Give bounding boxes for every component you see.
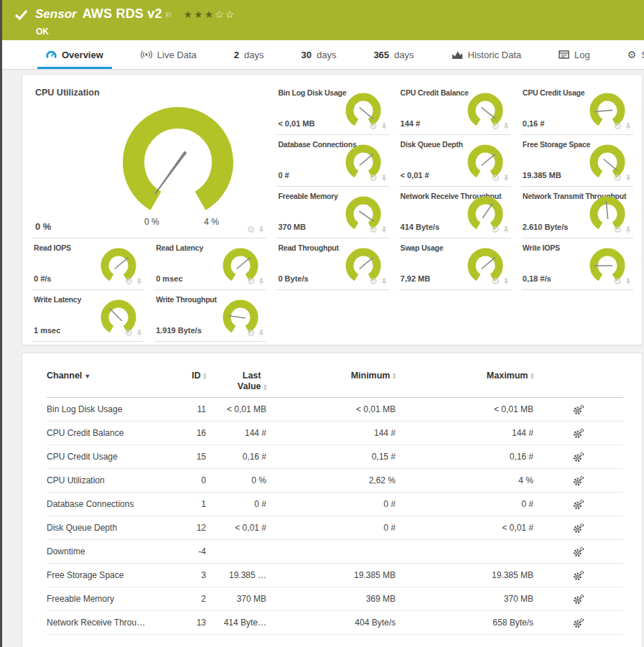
channel-settings-gear-icon[interactable] bbox=[573, 499, 584, 510]
priority-rating[interactable]: ★★★☆☆ bbox=[184, 9, 236, 20]
sort-desc-icon[interactable]: ▾ bbox=[85, 372, 89, 380]
gauge-value: 1 msec bbox=[34, 326, 60, 335]
tab-historic-data[interactable]: Historic Data bbox=[447, 40, 526, 69]
channel-maximum: 144 # bbox=[396, 428, 533, 438]
channel-name[interactable]: Network Receive Throu… bbox=[47, 618, 170, 628]
pin-icon[interactable] bbox=[258, 277, 265, 286]
main-gauge-cell: CPU Utilization 0 % 4 % 0 % ⚙ bbox=[32, 83, 266, 238]
gauge-settings-gear-icon[interactable]: ⚙ bbox=[491, 276, 500, 286]
gauge-settings-gear-icon[interactable]: ⚙ bbox=[369, 173, 378, 182]
gauge-settings-gear-icon[interactable]: ⚙ bbox=[369, 225, 378, 234]
channel-name[interactable]: Bin Log Disk Usage bbox=[47, 404, 170, 414]
flag-icon[interactable]: ⚐ bbox=[165, 11, 172, 20]
channel-name[interactable]: Database Connections bbox=[47, 499, 170, 509]
channel-name[interactable]: Free Storage Space bbox=[47, 570, 170, 580]
pin-icon[interactable] bbox=[381, 174, 388, 182]
area-chart-icon bbox=[452, 50, 463, 60]
channel-minimum: 0 # bbox=[266, 499, 396, 509]
tab-30-days[interactable]: 30 days bbox=[297, 40, 340, 69]
pin-icon[interactable] bbox=[503, 174, 510, 182]
pin-icon[interactable] bbox=[258, 329, 265, 338]
column-header-channel[interactable]: Channel ▾ bbox=[47, 371, 170, 381]
tab-365-days[interactable]: 365 days bbox=[369, 40, 418, 69]
tab-number: 30 bbox=[301, 50, 311, 60]
table-row[interactable]: Downtime -4 bbox=[47, 540, 623, 564]
pin-icon[interactable] bbox=[136, 277, 143, 286]
gauge-settings-gear-icon[interactable]: ⚙ bbox=[369, 276, 378, 286]
table-row[interactable]: CPU Credit Balance 16 144 # 144 # 144 # bbox=[47, 422, 623, 445]
gauge-settings-gear-icon[interactable]: ⚙ bbox=[491, 121, 500, 131]
pin-icon[interactable] bbox=[625, 174, 632, 182]
pin-icon[interactable] bbox=[625, 277, 632, 286]
channel-settings-gear-icon[interactable] bbox=[573, 428, 584, 439]
gauge-settings-gear-icon[interactable]: ⚙ bbox=[613, 276, 622, 286]
gauge-settings-gear-icon[interactable]: ⚙ bbox=[491, 173, 500, 182]
table-row[interactable]: Database Connections 1 0 # 0 # 0 # bbox=[47, 493, 623, 516]
gauge-settings-gear-icon[interactable]: ⚙ bbox=[613, 121, 622, 131]
pin-icon[interactable] bbox=[625, 225, 632, 234]
cpu-utilization-gauge bbox=[110, 96, 246, 217]
table-row[interactable]: CPU Utilization 0 0 % 2,62 % 4 % bbox=[47, 469, 623, 493]
pin-icon[interactable] bbox=[503, 277, 510, 286]
tab-live-data[interactable]: Live Data bbox=[136, 40, 201, 69]
column-header-id[interactable]: ID ▴▾ bbox=[170, 371, 206, 381]
table-row[interactable]: Network Receive Throu… 13 414 Byte… 404 … bbox=[47, 611, 623, 635]
channel-settings-gear-icon[interactable] bbox=[573, 475, 584, 486]
table-row[interactable]: CPU Credit Usage 15 0,16 # 0,15 # 0,16 # bbox=[47, 445, 623, 469]
channel-name[interactable]: Freeable Memory bbox=[47, 594, 170, 604]
pin-icon[interactable] bbox=[503, 122, 510, 131]
gauge-settings-gear-icon[interactable]: ⚙ bbox=[247, 276, 256, 286]
sort-toggle-icon[interactable]: ▴▾ bbox=[263, 383, 266, 391]
tab-settings[interactable]: ⚙ Settings bbox=[623, 40, 644, 69]
star-icon-filled[interactable]: ★ bbox=[205, 9, 215, 20]
tab-label: days bbox=[394, 50, 414, 60]
channel-settings-gear-icon[interactable] bbox=[573, 618, 584, 628]
tab-log[interactable]: Log bbox=[554, 40, 594, 69]
pin-icon[interactable] bbox=[503, 225, 510, 234]
channel-id: 12 bbox=[170, 523, 206, 533]
pin-icon[interactable] bbox=[381, 277, 388, 286]
gauge-settings-gear-icon[interactable]: ⚙ bbox=[125, 276, 134, 286]
column-header-minimum[interactable]: Minimum ▴▾ bbox=[266, 371, 396, 381]
sort-toggle-icon[interactable]: ▴▾ bbox=[531, 372, 533, 379]
table-row[interactable]: Free Storage Space 3 19.385 … 19.385 MB … bbox=[47, 564, 623, 587]
star-icon-empty[interactable]: ☆ bbox=[225, 9, 236, 20]
gauge-settings-gear-icon[interactable]: ⚙ bbox=[247, 225, 256, 234]
gauge-settings-gear-icon[interactable]: ⚙ bbox=[491, 225, 500, 234]
channel-settings-gear-icon[interactable] bbox=[573, 452, 584, 462]
gauge-settings-gear-icon[interactable]: ⚙ bbox=[613, 225, 622, 234]
gauge-settings-gear-icon[interactable]: ⚙ bbox=[125, 328, 134, 338]
channel-settings-gear-icon[interactable] bbox=[573, 594, 584, 605]
star-icon-filled[interactable]: ★ bbox=[184, 9, 195, 20]
channel-settings-gear-icon[interactable] bbox=[573, 570, 584, 581]
channel-name[interactable]: Disk Queue Depth bbox=[47, 523, 170, 533]
pin-icon[interactable] bbox=[381, 122, 388, 131]
gauge-settings-gear-icon[interactable]: ⚙ bbox=[613, 173, 622, 182]
pin-icon[interactable] bbox=[258, 225, 265, 234]
channel-settings-gear-icon[interactable] bbox=[573, 546, 584, 557]
column-header-maximum[interactable]: Maximum ▴▾ bbox=[396, 371, 533, 381]
channel-name[interactable]: CPU Credit Balance bbox=[47, 428, 170, 438]
gauge-value: 144 # bbox=[401, 119, 421, 128]
channel-name[interactable]: CPU Credit Usage bbox=[47, 452, 170, 462]
table-row[interactable]: Bin Log Disk Usage 11 < 0,01 MB < 0,01 M… bbox=[47, 398, 623, 422]
channel-name[interactable]: CPU Utilization bbox=[47, 475, 170, 485]
gauge-settings-gear-icon[interactable]: ⚙ bbox=[247, 328, 256, 338]
pin-icon[interactable] bbox=[381, 225, 388, 234]
tab-2-days[interactable]: 2 days bbox=[230, 40, 269, 69]
channel-settings-gear-icon[interactable] bbox=[573, 404, 584, 415]
table-row[interactable]: Freeable Memory 2 370 MB 369 MB 370 MB bbox=[47, 587, 623, 611]
pin-icon[interactable] bbox=[136, 329, 143, 338]
pin-icon[interactable] bbox=[625, 122, 632, 131]
star-icon-empty[interactable]: ☆ bbox=[215, 9, 225, 20]
table-row[interactable]: Disk Queue Depth 12 < 0,01 # 0 # < 0,01 … bbox=[47, 516, 623, 540]
gauge-settings-gear-icon[interactable]: ⚙ bbox=[369, 121, 378, 131]
column-header-last-value[interactable]: LastValue ▴▾ bbox=[206, 371, 266, 392]
channel-last-value: < 0,01 # bbox=[206, 523, 266, 533]
log-icon bbox=[559, 50, 569, 59]
channel-settings-gear-icon[interactable] bbox=[573, 523, 584, 534]
tab-overview[interactable]: Overview bbox=[42, 40, 108, 69]
gear-icon: ⚙ bbox=[627, 50, 637, 60]
star-icon-filled[interactable]: ★ bbox=[194, 9, 205, 20]
channel-name[interactable]: Downtime bbox=[47, 546, 170, 557]
